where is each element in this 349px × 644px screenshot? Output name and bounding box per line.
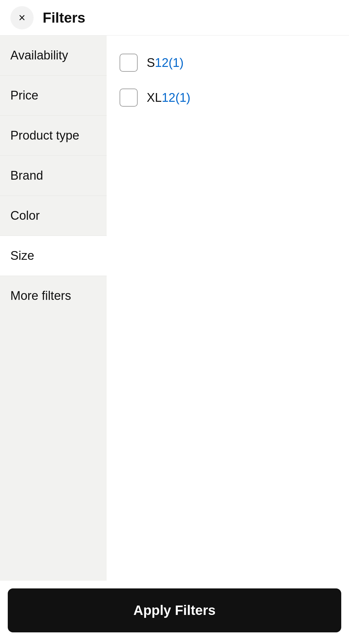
sidebar-item-product-type[interactable]: Product type [0, 116, 107, 156]
filter-option-xl[interactable]: XL12(1) [120, 83, 336, 112]
sidebar-item-more-filters[interactable]: More filters [0, 276, 107, 316]
filter-option-xl-label: XL12(1) [147, 91, 190, 105]
checkbox-s[interactable] [120, 54, 138, 72]
apply-button-container: Apply Filters [0, 581, 349, 644]
filter-option-s-label: S12(1) [147, 56, 184, 70]
sidebar-item-brand[interactable]: Brand [0, 156, 107, 196]
filter-option-s-count: 12(1) [155, 56, 184, 69]
sidebar: Availability Price Product type Brand Co… [0, 36, 107, 581]
apply-filters-button[interactable]: Apply Filters [8, 588, 341, 632]
sidebar-item-availability[interactable]: Availability [0, 36, 107, 76]
sidebar-item-price[interactable]: Price [0, 76, 107, 116]
filter-option-s[interactable]: S12(1) [120, 48, 336, 77]
main-content: Availability Price Product type Brand Co… [0, 36, 349, 581]
filter-panel: S12(1) XL12(1) [107, 36, 349, 581]
page-title: Filters [43, 10, 85, 26]
sidebar-item-color[interactable]: Color [0, 196, 107, 236]
sidebar-item-size[interactable]: Size [0, 236, 107, 276]
close-button[interactable]: × [10, 6, 34, 29]
filter-option-xl-count: 12(1) [162, 91, 190, 104]
close-icon: × [18, 12, 25, 24]
header: × Filters [0, 0, 349, 36]
checkbox-xl[interactable] [120, 89, 138, 107]
